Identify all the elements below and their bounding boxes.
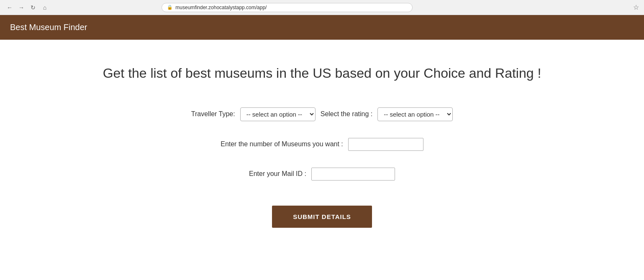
- address-bar[interactable]: 🔒 museumfinder.zohocatalystapp.com/app/: [162, 3, 413, 12]
- museums-count-row: Enter the number of Museums you want :: [221, 138, 423, 151]
- bookmark-star-icon[interactable]: ☆: [633, 3, 639, 11]
- main-content: Get the list of best museums in the US b…: [0, 40, 644, 244]
- forward-button[interactable]: →: [17, 3, 26, 12]
- home-button[interactable]: ⌂: [40, 3, 49, 12]
- mail-id-label: Enter your Mail ID :: [249, 170, 306, 178]
- traveller-type-select[interactable]: -- select an option -- Solo Family Coupl…: [240, 107, 316, 121]
- back-button[interactable]: ←: [5, 3, 14, 12]
- url-text: museumfinder.zohocatalystapp.com/app/: [175, 5, 267, 10]
- mail-id-input[interactable]: [311, 168, 395, 181]
- mail-id-row: Enter your Mail ID :: [249, 168, 395, 181]
- nav-buttons: ← → ↻ ⌂: [5, 3, 49, 12]
- page-title: Get the list of best museums in the US b…: [103, 65, 541, 82]
- rating-select[interactable]: -- select an option -- 1 2 3 4 5: [377, 107, 453, 121]
- submit-button[interactable]: SUBMIT DETAILS: [272, 206, 372, 228]
- museums-count-label: Enter the number of Museums you want :: [221, 140, 343, 148]
- app-title: Best Museum Finder: [10, 23, 87, 32]
- browser-chrome: ← → ↻ ⌂ 🔒 museumfinder.zohocatalystapp.c…: [0, 0, 644, 15]
- rating-label: Select the rating :: [321, 110, 373, 118]
- form-section: Traveller Type: -- select an option -- S…: [8, 107, 636, 228]
- traveller-type-label: Traveller Type:: [191, 110, 235, 118]
- traveller-rating-row: Traveller Type: -- select an option -- S…: [191, 107, 453, 121]
- reload-button[interactable]: ↻: [28, 3, 38, 12]
- museums-count-input[interactable]: [348, 138, 423, 151]
- lock-icon: 🔒: [167, 5, 173, 10]
- app-header: Best Museum Finder: [0, 15, 644, 40]
